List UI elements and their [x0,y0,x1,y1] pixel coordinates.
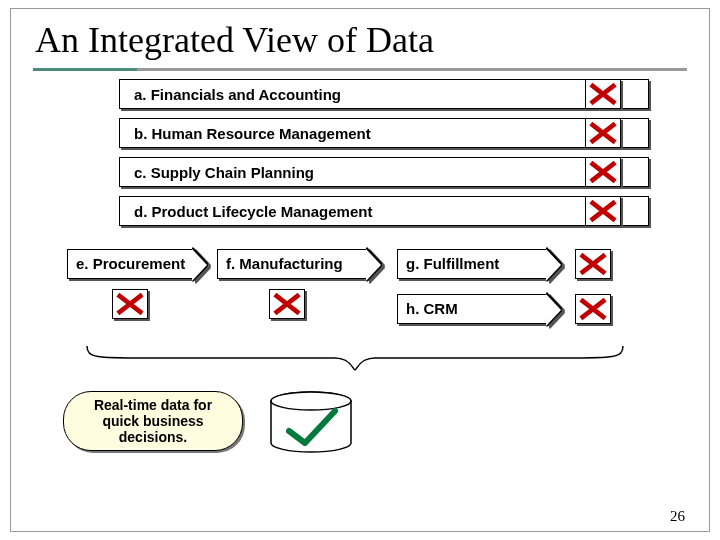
bar-c: c. Supply Chain Planning [119,157,649,187]
curly-bracket [85,344,625,372]
x-icon [585,196,621,226]
svg-point-1 [271,392,351,410]
bar-f: f. Manufacturing [217,249,367,279]
row-c: c. Supply Chain Planning [11,157,709,187]
x-icon [575,249,611,279]
page-number: 26 [670,508,685,525]
row-b: b. Human Resource Management [11,118,709,148]
bar-h: h. CRM [397,294,547,324]
slide-title: An Integrated View of Data [11,9,709,61]
bar-g: g. Fulfillment [397,249,547,279]
row-d: d. Product Lifecycle Management [11,196,709,226]
x-icon [269,289,305,319]
slide-frame: An Integrated View of Data a. Financials… [10,8,710,532]
callout: Real-time data for quick business decisi… [63,391,243,451]
diagram: a. Financials and Accounting b. Human Re… [11,79,709,235]
database-icon [269,391,353,453]
x-icon [585,79,621,109]
bottom-area: Real-time data for quick business decisi… [11,391,709,471]
bar-b: b. Human Resource Management [119,118,649,148]
x-icon [575,294,611,324]
bar-d: d. Product Lifecycle Management [119,196,649,226]
x-icon [585,118,621,148]
row-a: a. Financials and Accounting [11,79,709,109]
x-icon [585,157,621,187]
bar-a: a. Financials and Accounting [119,79,649,109]
mid-row: e. Procurement f. Manufacturing g. Fulfi… [11,249,709,324]
bar-e: e. Procurement [67,249,193,279]
x-icon [112,289,148,319]
